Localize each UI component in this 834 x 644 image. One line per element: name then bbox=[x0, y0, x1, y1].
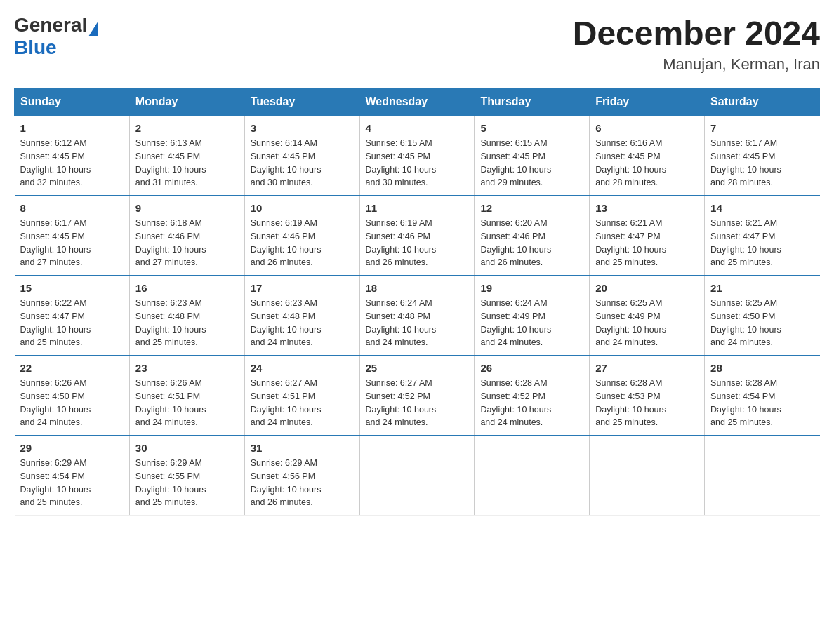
calendar-week-row: 22 Sunrise: 6:26 AMSunset: 4:50 PMDaylig… bbox=[15, 356, 820, 436]
calendar-week-row: 1 Sunrise: 6:12 AMSunset: 4:45 PMDayligh… bbox=[15, 116, 820, 196]
header-tuesday: Tuesday bbox=[244, 88, 359, 116]
day-info: Sunrise: 6:19 AMSunset: 4:46 PMDaylight:… bbox=[251, 218, 322, 267]
day-number: 23 bbox=[135, 362, 239, 374]
day-info: Sunrise: 6:19 AMSunset: 4:46 PMDaylight:… bbox=[366, 218, 437, 267]
day-info: Sunrise: 6:26 AMSunset: 4:50 PMDaylight:… bbox=[20, 378, 91, 427]
calendar-day-cell bbox=[475, 436, 590, 516]
day-number: 8 bbox=[20, 202, 124, 214]
calendar-day-cell bbox=[705, 436, 820, 516]
day-info: Sunrise: 6:24 AMSunset: 4:49 PMDaylight:… bbox=[480, 298, 551, 347]
day-number: 29 bbox=[20, 442, 124, 454]
day-number: 2 bbox=[135, 122, 239, 134]
day-number: 24 bbox=[251, 362, 354, 374]
calendar-day-cell: 20 Sunrise: 6:25 AMSunset: 4:49 PMDaylig… bbox=[590, 276, 705, 356]
day-info: Sunrise: 6:28 AMSunset: 4:52 PMDaylight:… bbox=[480, 378, 551, 427]
calendar-day-cell: 22 Sunrise: 6:26 AMSunset: 4:50 PMDaylig… bbox=[15, 356, 130, 436]
calendar-day-cell: 29 Sunrise: 6:29 AMSunset: 4:54 PMDaylig… bbox=[15, 436, 130, 516]
calendar-day-cell: 30 Sunrise: 6:29 AMSunset: 4:55 PMDaylig… bbox=[129, 436, 244, 516]
day-number: 9 bbox=[135, 202, 239, 214]
day-info: Sunrise: 6:29 AMSunset: 4:54 PMDaylight:… bbox=[20, 458, 91, 507]
day-number: 22 bbox=[20, 362, 124, 374]
logo: General Blue bbox=[14, 14, 98, 59]
header-friday: Friday bbox=[590, 88, 705, 116]
header-saturday: Saturday bbox=[705, 88, 820, 116]
calendar-day-cell: 4 Sunrise: 6:15 AMSunset: 4:45 PMDayligh… bbox=[359, 116, 475, 196]
day-info: Sunrise: 6:13 AMSunset: 4:45 PMDaylight:… bbox=[135, 138, 206, 187]
calendar-week-row: 29 Sunrise: 6:29 AMSunset: 4:54 PMDaylig… bbox=[15, 436, 820, 516]
day-number: 31 bbox=[251, 442, 354, 454]
day-info: Sunrise: 6:21 AMSunset: 4:47 PMDaylight:… bbox=[595, 218, 666, 267]
day-number: 10 bbox=[251, 202, 354, 214]
calendar-day-cell: 15 Sunrise: 6:22 AMSunset: 4:47 PMDaylig… bbox=[15, 276, 130, 356]
calendar-day-cell bbox=[590, 436, 705, 516]
day-info: Sunrise: 6:16 AMSunset: 4:45 PMDaylight:… bbox=[595, 138, 666, 187]
day-info: Sunrise: 6:27 AMSunset: 4:51 PMDaylight:… bbox=[251, 378, 322, 427]
day-number: 20 bbox=[595, 282, 699, 294]
day-number: 3 bbox=[251, 122, 354, 134]
calendar-week-row: 8 Sunrise: 6:17 AMSunset: 4:45 PMDayligh… bbox=[15, 196, 820, 276]
day-info: Sunrise: 6:17 AMSunset: 4:45 PMDaylight:… bbox=[710, 138, 781, 187]
logo-triangle-icon bbox=[88, 21, 98, 36]
calendar-day-cell: 8 Sunrise: 6:17 AMSunset: 4:45 PMDayligh… bbox=[15, 196, 130, 276]
header-thursday: Thursday bbox=[475, 88, 590, 116]
day-number: 27 bbox=[595, 362, 699, 374]
calendar-day-cell: 5 Sunrise: 6:15 AMSunset: 4:45 PMDayligh… bbox=[475, 116, 590, 196]
day-number: 30 bbox=[135, 442, 239, 454]
day-info: Sunrise: 6:29 AMSunset: 4:55 PMDaylight:… bbox=[135, 458, 206, 507]
calendar-day-cell: 3 Sunrise: 6:14 AMSunset: 4:45 PMDayligh… bbox=[244, 116, 359, 196]
calendar-day-cell: 27 Sunrise: 6:28 AMSunset: 4:53 PMDaylig… bbox=[590, 356, 705, 436]
day-number: 6 bbox=[595, 122, 699, 134]
calendar-header: SundayMondayTuesdayWednesdayThursdayFrid… bbox=[15, 88, 820, 116]
day-info: Sunrise: 6:24 AMSunset: 4:48 PMDaylight:… bbox=[366, 298, 437, 347]
day-number: 5 bbox=[480, 122, 583, 134]
calendar-day-cell: 16 Sunrise: 6:23 AMSunset: 4:48 PMDaylig… bbox=[129, 276, 244, 356]
calendar-day-cell: 25 Sunrise: 6:27 AMSunset: 4:52 PMDaylig… bbox=[359, 356, 475, 436]
header-monday: Monday bbox=[129, 88, 244, 116]
calendar-subtitle: Manujan, Kerman, Iran bbox=[573, 55, 820, 74]
calendar-day-cell: 13 Sunrise: 6:21 AMSunset: 4:47 PMDaylig… bbox=[590, 196, 705, 276]
day-number: 25 bbox=[366, 362, 469, 374]
header-sunday: Sunday bbox=[15, 88, 130, 116]
day-info: Sunrise: 6:25 AMSunset: 4:49 PMDaylight:… bbox=[595, 298, 666, 347]
calendar-day-cell: 10 Sunrise: 6:19 AMSunset: 4:46 PMDaylig… bbox=[244, 196, 359, 276]
calendar-day-cell: 26 Sunrise: 6:28 AMSunset: 4:52 PMDaylig… bbox=[475, 356, 590, 436]
day-info: Sunrise: 6:22 AMSunset: 4:47 PMDaylight:… bbox=[20, 298, 91, 347]
day-info: Sunrise: 6:28 AMSunset: 4:54 PMDaylight:… bbox=[710, 378, 781, 427]
calendar-day-cell: 28 Sunrise: 6:28 AMSunset: 4:54 PMDaylig… bbox=[705, 356, 820, 436]
day-number: 14 bbox=[710, 202, 814, 214]
day-info: Sunrise: 6:28 AMSunset: 4:53 PMDaylight:… bbox=[595, 378, 666, 427]
day-info: Sunrise: 6:18 AMSunset: 4:46 PMDaylight:… bbox=[135, 218, 206, 267]
day-number: 11 bbox=[366, 202, 469, 214]
day-info: Sunrise: 6:21 AMSunset: 4:47 PMDaylight:… bbox=[710, 218, 781, 267]
day-info: Sunrise: 6:15 AMSunset: 4:45 PMDaylight:… bbox=[480, 138, 551, 187]
calendar-day-cell: 21 Sunrise: 6:25 AMSunset: 4:50 PMDaylig… bbox=[705, 276, 820, 356]
logo-blue: Blue bbox=[14, 36, 57, 59]
day-number: 18 bbox=[366, 282, 469, 294]
header-row: SundayMondayTuesdayWednesdayThursdayFrid… bbox=[15, 88, 820, 116]
day-info: Sunrise: 6:29 AMSunset: 4:56 PMDaylight:… bbox=[251, 458, 322, 507]
logo-general: General bbox=[14, 14, 87, 36]
calendar-day-cell: 23 Sunrise: 6:26 AMSunset: 4:51 PMDaylig… bbox=[129, 356, 244, 436]
calendar-table: SundayMondayTuesdayWednesdayThursdayFrid… bbox=[14, 88, 820, 516]
title-block: December 2024 Manujan, Kerman, Iran bbox=[573, 14, 820, 74]
page-header: General Blue December 2024 Manujan, Kerm… bbox=[14, 14, 820, 74]
calendar-day-cell: 17 Sunrise: 6:23 AMSunset: 4:48 PMDaylig… bbox=[244, 276, 359, 356]
day-number: 21 bbox=[710, 282, 814, 294]
header-wednesday: Wednesday bbox=[359, 88, 475, 116]
day-info: Sunrise: 6:26 AMSunset: 4:51 PMDaylight:… bbox=[135, 378, 206, 427]
day-number: 1 bbox=[20, 122, 124, 134]
calendar-day-cell: 18 Sunrise: 6:24 AMSunset: 4:48 PMDaylig… bbox=[359, 276, 475, 356]
day-number: 19 bbox=[480, 282, 583, 294]
calendar-day-cell: 14 Sunrise: 6:21 AMSunset: 4:47 PMDaylig… bbox=[705, 196, 820, 276]
day-number: 7 bbox=[710, 122, 814, 134]
calendar-day-cell: 19 Sunrise: 6:24 AMSunset: 4:49 PMDaylig… bbox=[475, 276, 590, 356]
calendar-day-cell: 2 Sunrise: 6:13 AMSunset: 4:45 PMDayligh… bbox=[129, 116, 244, 196]
day-info: Sunrise: 6:25 AMSunset: 4:50 PMDaylight:… bbox=[710, 298, 781, 347]
calendar-day-cell: 12 Sunrise: 6:20 AMSunset: 4:46 PMDaylig… bbox=[475, 196, 590, 276]
calendar-body: 1 Sunrise: 6:12 AMSunset: 4:45 PMDayligh… bbox=[15, 116, 820, 516]
day-info: Sunrise: 6:23 AMSunset: 4:48 PMDaylight:… bbox=[135, 298, 206, 347]
calendar-day-cell: 6 Sunrise: 6:16 AMSunset: 4:45 PMDayligh… bbox=[590, 116, 705, 196]
calendar-day-cell: 24 Sunrise: 6:27 AMSunset: 4:51 PMDaylig… bbox=[244, 356, 359, 436]
day-info: Sunrise: 6:14 AMSunset: 4:45 PMDaylight:… bbox=[251, 138, 322, 187]
day-number: 4 bbox=[366, 122, 469, 134]
